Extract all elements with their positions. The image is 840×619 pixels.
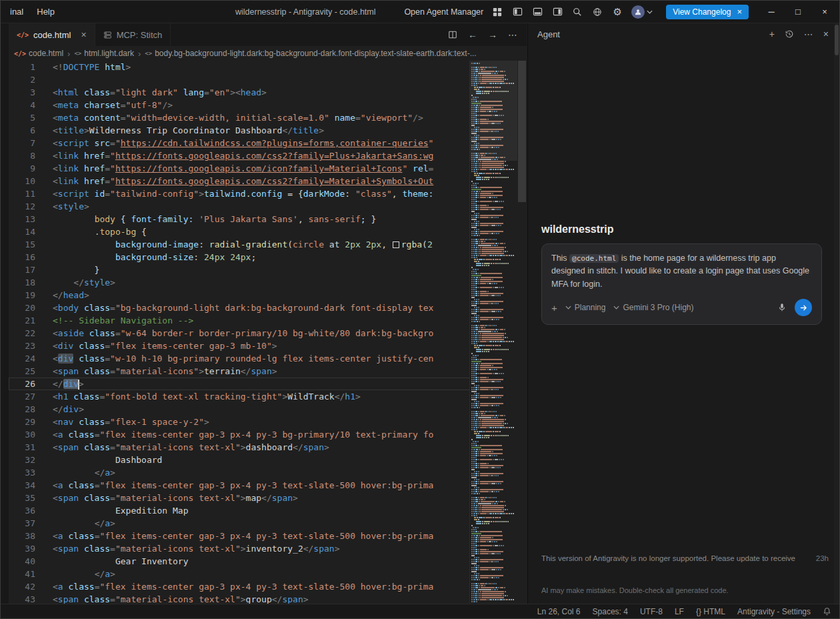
view-changelog-button[interactable]: View Changelog ×	[666, 5, 749, 19]
line-number[interactable]: 10	[9, 175, 35, 187]
code-line[interactable]: 17 }	[9, 263, 517, 276]
code-editor[interactable]: 1<!DOCTYPE html>23<html class="light dar…	[1, 61, 527, 604]
code-line[interactable]: 25<span class="material-icons">terrain</…	[9, 365, 517, 378]
editor-scrollbar[interactable]	[517, 61, 527, 604]
code-line[interactable]: 34<a class="flex items-center gap-3 px-4…	[9, 479, 517, 492]
code-line[interactable]: 21<!-- Sidebar Navigation -->	[9, 314, 517, 327]
line-number[interactable]: 16	[9, 251, 35, 263]
mode-selector[interactable]: Planning	[565, 303, 606, 312]
line-number[interactable]: 21	[9, 314, 35, 327]
tab-code-html[interactable]: </> code.html ×	[9, 23, 95, 46]
line-number[interactable]: 40	[9, 555, 35, 568]
line-number[interactable]: 24	[9, 352, 35, 365]
line-number[interactable]: 38	[9, 530, 35, 542]
encoding[interactable]: UTF-8	[640, 607, 663, 616]
code-line[interactable]: 27<h1 class="font-bold text-xl tracking-…	[9, 390, 517, 403]
code-line[interactable]: 24<div class="w-10 h-10 bg-primary round…	[9, 352, 517, 365]
line-number[interactable]: 27	[9, 390, 35, 403]
code-line[interactable]: 19</head>	[9, 289, 517, 301]
code-line[interactable]: 38<a class="flex items-center gap-3 px-4…	[9, 530, 517, 542]
send-button[interactable]	[795, 299, 812, 316]
settings-gear-icon[interactable]: ⚙	[611, 6, 623, 18]
line-number[interactable]: 11	[9, 187, 35, 200]
more-actions-icon[interactable]: ⋯	[508, 29, 517, 40]
line-number[interactable]: 30	[9, 428, 35, 441]
code-line[interactable]: 12<style>	[9, 200, 517, 213]
code-line[interactable]: 13 body { font-family: 'Plus Jakarta San…	[9, 213, 517, 225]
add-context-button[interactable]: +	[551, 302, 557, 314]
code-line[interactable]: 28</div>	[9, 403, 517, 416]
language-mode[interactable]: {} HTML	[696, 607, 725, 616]
line-number[interactable]: 18	[9, 276, 35, 289]
line-number[interactable]: 35	[9, 492, 35, 504]
account-menu[interactable]	[631, 5, 653, 19]
code-line[interactable]: 31<span class="material-icons text-xl">d…	[9, 441, 517, 454]
globe-icon[interactable]	[591, 6, 603, 18]
new-conversation-icon[interactable]: +	[769, 29, 775, 39]
line-number[interactable]: 29	[9, 416, 35, 428]
line-number[interactable]: 26	[9, 378, 35, 390]
code-line[interactable]: 16 background-size: 24px 24px;	[9, 251, 517, 263]
line-number[interactable]: 20	[9, 301, 35, 314]
line-number[interactable]: 28	[9, 403, 35, 416]
open-agent-manager-button[interactable]: Open Agent Manager	[404, 7, 483, 17]
minimap[interactable]	[469, 61, 517, 604]
code-line[interactable]: 37 </a>	[9, 517, 517, 530]
line-number[interactable]: 43	[9, 593, 35, 604]
line-number[interactable]: 12	[9, 200, 35, 213]
line-number[interactable]: 23	[9, 340, 35, 352]
line-number[interactable]: 5	[9, 111, 35, 124]
line-number[interactable]: 15	[9, 238, 35, 251]
line-number[interactable]: 25	[9, 365, 35, 378]
line-number[interactable]: 36	[9, 504, 35, 517]
model-selector[interactable]: Gemini 3 Pro (High)	[613, 303, 693, 312]
code-line[interactable]: 22<aside class="w-64 border-r border-pri…	[9, 327, 517, 340]
menu-item-help[interactable]: Help	[37, 7, 55, 17]
line-number[interactable]: 37	[9, 517, 35, 530]
line-number[interactable]: 4	[9, 99, 35, 111]
code-line[interactable]: 5<meta content="width=device-width, init…	[9, 111, 517, 124]
code-line[interactable]: 20<body class="bg-background-light dark:…	[9, 301, 517, 314]
code-line[interactable]: 3<html class="light dark" lang="en"><hea…	[9, 86, 517, 99]
code-line[interactable]: 10<link href="https://fonts.googleapis.c…	[9, 175, 517, 187]
code-line[interactable]: 40 Gear Inventory	[9, 555, 517, 568]
history-icon[interactable]	[785, 29, 794, 39]
cursor-position[interactable]: Ln 26, Col 6	[537, 607, 581, 616]
line-number[interactable]: 34	[9, 479, 35, 492]
search-icon[interactable]	[571, 6, 583, 18]
mic-icon[interactable]	[777, 303, 787, 312]
dismiss-changelog-icon[interactable]: ×	[737, 7, 742, 16]
line-number[interactable]: 22	[9, 327, 35, 340]
layout-panel-bottom-icon[interactable]	[531, 6, 543, 18]
minimize-button[interactable]: ─	[762, 7, 781, 17]
line-number[interactable]: 9	[9, 162, 35, 175]
file-mention-chip[interactable]: @code.html	[569, 254, 619, 263]
settings-sync[interactable]: Antigravity - Settings	[737, 607, 811, 616]
panel-scrollbar[interactable]	[834, 23, 839, 604]
panel-scrollbar-thumb[interactable]	[835, 25, 839, 55]
tab-mcp-stitch[interactable]: MCP: Stitch	[95, 23, 171, 46]
line-number[interactable]: 39	[9, 542, 35, 555]
code-line[interactable]: 26</div>	[9, 378, 517, 390]
line-number[interactable]: 32	[9, 454, 35, 466]
prompt-card[interactable]: This @code.html is the home page for a w…	[541, 243, 822, 325]
line-number[interactable]: 3	[9, 86, 35, 99]
line-number[interactable]: 19	[9, 289, 35, 301]
line-number[interactable]: 31	[9, 441, 35, 454]
editor-lines[interactable]: 1<!DOCTYPE html>23<html class="light dar…	[9, 61, 517, 604]
line-number[interactable]: 14	[9, 225, 35, 238]
more-actions-icon[interactable]: ⋯	[804, 29, 813, 39]
minimap-viewport[interactable]	[470, 61, 517, 161]
maximize-button[interactable]: □	[789, 7, 807, 17]
line-number[interactable]: 6	[9, 124, 35, 137]
code-line[interactable]: 8<link href="https://fonts.googleapis.co…	[9, 149, 517, 162]
layout-panel-left-icon[interactable]	[511, 6, 523, 18]
line-number[interactable]: 2	[9, 73, 35, 86]
scrollbar-thumb[interactable]	[518, 61, 526, 202]
line-number[interactable]: 17	[9, 263, 35, 276]
code-line[interactable]: 35<span class="material-icons text-xl">m…	[9, 492, 517, 504]
code-line[interactable]: 7<script src="https://cdn.tailwindcss.co…	[9, 137, 517, 149]
code-line[interactable]: 32 Dashboard	[9, 454, 517, 466]
line-number[interactable]: 41	[9, 568, 35, 580]
code-line[interactable]: 6<title>Wilderness Trip Coordinator Dash…	[9, 124, 517, 137]
